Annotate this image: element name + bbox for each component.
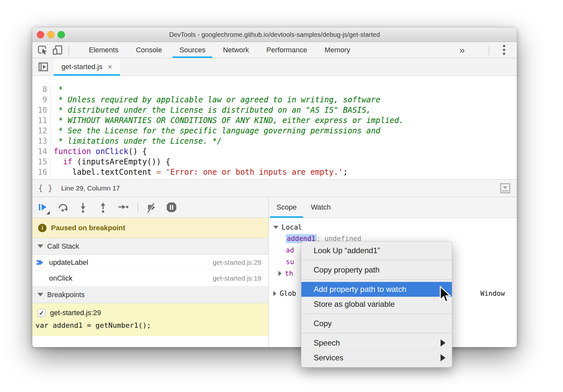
deactivate-breakpoints-button[interactable] bbox=[145, 201, 158, 213]
menu-item-label: Store as global variable bbox=[314, 300, 395, 309]
close-file-tab-icon[interactable]: × bbox=[108, 62, 112, 71]
toolbar-divider bbox=[68, 45, 69, 55]
line-number[interactable]: 13 bbox=[32, 136, 50, 146]
submenu-arrow-icon bbox=[441, 339, 445, 346]
call-stack-list: updateLabelget-started.js:29onClickget-s… bbox=[32, 255, 268, 286]
frame-location: get-started.js:19 bbox=[213, 274, 261, 282]
code-token-comment: * bbox=[54, 85, 63, 94]
code-line: 13 * limitations under the License. */ bbox=[32, 136, 517, 146]
menu-item-add-property-path-to-watch[interactable]: Add property path to watch bbox=[301, 282, 452, 297]
line-number[interactable]: 16 bbox=[32, 167, 50, 177]
line-number[interactable]: 12 bbox=[32, 126, 50, 136]
tab-scope[interactable]: Scope bbox=[269, 197, 304, 218]
code-token-plain: (inputsAreEmpty()) { bbox=[72, 157, 170, 166]
frame-location: get-started.js:29 bbox=[213, 259, 261, 266]
code-line: 12 * See the License for the specific la… bbox=[32, 126, 517, 136]
code-line-text: function onClick() { bbox=[50, 146, 147, 157]
devtools-toolbar: ElementsConsoleSourcesNetworkPerformance… bbox=[32, 42, 517, 58]
code-token-keyword: if bbox=[63, 157, 72, 166]
debugger-toolbar-divider bbox=[138, 202, 138, 213]
paused-banner-text: Paused on breakpoint bbox=[51, 224, 125, 232]
panel-tab-memory[interactable]: Memory bbox=[316, 42, 359, 58]
step-out-button[interactable] bbox=[97, 201, 109, 213]
code-line-text: * limitations under the License. */ bbox=[50, 136, 222, 146]
menu-item-copy[interactable]: Copy bbox=[301, 316, 452, 331]
line-number[interactable]: 15 bbox=[32, 157, 50, 167]
line-number[interactable]: 14 bbox=[32, 146, 50, 157]
panel-tab-console[interactable]: Console bbox=[127, 42, 171, 58]
toolbar-divider bbox=[489, 45, 489, 55]
code-token-comment: * See the License for the specific langu… bbox=[54, 126, 380, 135]
menu-item-services[interactable]: Services bbox=[301, 350, 452, 365]
step-into-button[interactable] bbox=[77, 201, 89, 213]
collapse-triangle-icon bbox=[37, 244, 43, 248]
sources-file-tabbar: get-started.js × bbox=[32, 58, 517, 76]
panel-tab-network[interactable]: Network bbox=[214, 42, 258, 58]
menu-item-label: Copy bbox=[314, 319, 332, 328]
code-token-comment: * distributed under the License is distr… bbox=[54, 106, 371, 115]
menu-separator bbox=[301, 333, 452, 334]
step-over-button[interactable] bbox=[57, 201, 69, 213]
code-line-text: * See the License for the specific langu… bbox=[50, 126, 380, 136]
property-name: th bbox=[285, 270, 293, 277]
pause-on-exceptions-button[interactable] bbox=[165, 201, 178, 213]
property-name: su bbox=[286, 258, 294, 266]
call-stack-header[interactable]: Call Stack bbox=[32, 238, 268, 255]
code-token-plain: () { bbox=[128, 147, 147, 156]
call-stack-frame[interactable]: updateLabelget-started.js:29 bbox=[32, 255, 268, 271]
panel-tab-sources[interactable]: Sources bbox=[171, 42, 214, 58]
line-number[interactable]: 9 bbox=[32, 95, 50, 105]
tab-watch[interactable]: Watch bbox=[304, 197, 338, 218]
debugger-controls-toolbar bbox=[32, 197, 268, 218]
line-number[interactable]: 8 bbox=[32, 84, 50, 95]
code-token-plain: ; bbox=[343, 168, 348, 177]
desktop-canvas: DevTools - googlechrome.github.io/devtoo… bbox=[0, 0, 563, 392]
code-line: 9 * Unless required by applicable law or… bbox=[32, 95, 517, 105]
submenu-arrow-icon bbox=[441, 354, 445, 361]
expand-drawer-icon[interactable] bbox=[499, 182, 511, 194]
code-line: 15 if (inputsAreEmpty()) { bbox=[32, 157, 517, 167]
pretty-print-icon[interactable]: { } bbox=[38, 183, 53, 193]
inspect-element-icon[interactable] bbox=[37, 44, 48, 56]
scope-local-label: Local bbox=[282, 223, 302, 231]
device-toolbar-icon[interactable] bbox=[52, 44, 63, 56]
menu-separator bbox=[301, 314, 452, 314]
panel-tab-performance[interactable]: Performance bbox=[258, 42, 316, 58]
context-menu: Look Up “addend1”Copy property pathAdd p… bbox=[301, 241, 452, 367]
scope-tab-strip: ScopeWatch bbox=[269, 197, 517, 218]
devtools-menu-icon[interactable] bbox=[500, 45, 508, 55]
code-editor[interactable]: 8 *9 * Unless required by applicable law… bbox=[32, 76, 517, 179]
menu-item-copy-property-path[interactable]: Copy property path bbox=[301, 263, 452, 277]
breakpoint-checkbox[interactable]: ✓ bbox=[37, 309, 46, 317]
menu-item-look-up-addend1[interactable]: Look Up “addend1” bbox=[301, 243, 452, 258]
menu-item-store-as-global-variable[interactable]: Store as global variable bbox=[301, 297, 452, 312]
line-number[interactable]: 11 bbox=[32, 115, 50, 126]
call-stack-frame[interactable]: onClickget-started.js:19 bbox=[32, 271, 268, 286]
paused-banner: i Paused on breakpoint bbox=[32, 218, 268, 238]
line-number[interactable]: 10 bbox=[32, 105, 50, 115]
more-tabs-chevron-icon[interactable]: » bbox=[457, 45, 467, 56]
code-line: 11 * WITHOUT WARRANTIES OR CONDITIONS OF… bbox=[32, 115, 517, 126]
code-token-plain bbox=[91, 147, 96, 156]
show-navigator-icon[interactable] bbox=[37, 61, 49, 73]
breakpoints-header[interactable]: Breakpoints bbox=[32, 286, 268, 303]
menu-item-speech[interactable]: Speech bbox=[301, 335, 452, 350]
code-line: 10 * distributed under the License is di… bbox=[32, 105, 517, 115]
collapsed-triangle-icon bbox=[278, 271, 282, 276]
code-token-plain: label.textContent bbox=[54, 168, 156, 177]
menu-item-label: Copy property path bbox=[314, 265, 380, 274]
code-token-definition: onClick bbox=[96, 147, 128, 156]
scope-section-local[interactable]: Local bbox=[269, 222, 517, 233]
file-tab-get-started[interactable]: get-started.js × bbox=[54, 58, 120, 76]
code-token-operator: = bbox=[156, 168, 161, 177]
collapse-triangle-icon bbox=[37, 293, 43, 296]
breakpoint-entry[interactable]: ✓ get-started.js:29 var addend1 = getNum… bbox=[32, 303, 268, 336]
debugger-left-pane: i Paused on breakpoint Call Stack update… bbox=[32, 197, 269, 347]
frame-marker-empty bbox=[36, 275, 45, 282]
menu-separator bbox=[301, 279, 452, 280]
frame-function-name: updateLabel bbox=[49, 258, 88, 267]
panel-tab-elements[interactable]: Elements bbox=[80, 42, 127, 58]
step-button[interactable] bbox=[117, 201, 129, 213]
resume-script-button[interactable] bbox=[37, 201, 49, 213]
resume-options-indicator bbox=[47, 211, 50, 214]
